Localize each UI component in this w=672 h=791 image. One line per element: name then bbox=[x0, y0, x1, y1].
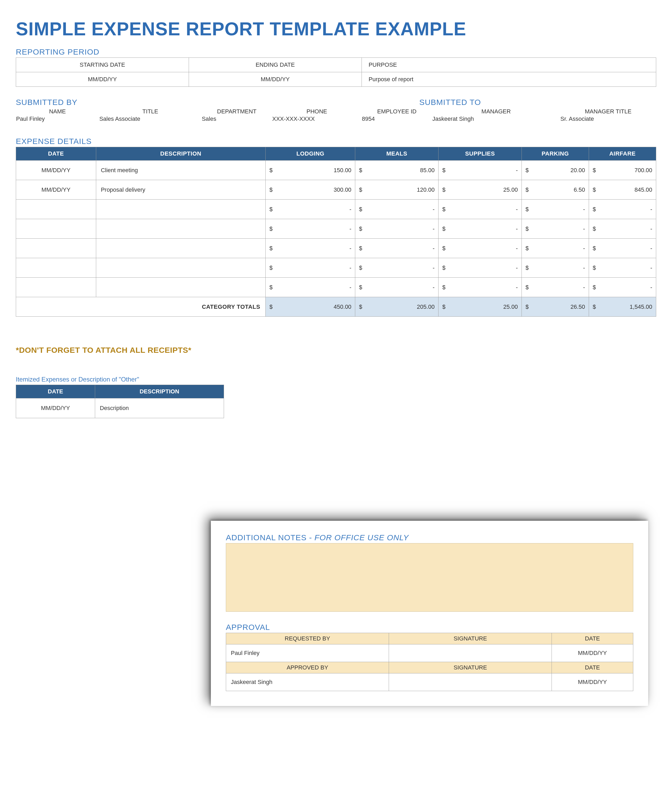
cell-lodging[interactable]: $- bbox=[266, 239, 355, 258]
itemized-table: DATE DESCRIPTION MM/DD/YY Description bbox=[16, 385, 224, 418]
cell-meals[interactable]: $- bbox=[355, 278, 438, 297]
cell-date[interactable]: MM/DD/YY bbox=[16, 180, 96, 200]
cell-airfare[interactable]: $845.00 bbox=[589, 180, 656, 200]
cell-airfare[interactable]: $- bbox=[589, 239, 656, 258]
total-parking: $26.50 bbox=[522, 297, 589, 317]
col-meals: MEALS bbox=[355, 147, 438, 160]
total-lodging: $450.00 bbox=[266, 297, 355, 317]
reporting-start-value[interactable]: MM/DD/YY bbox=[16, 72, 189, 87]
val-empid[interactable]: 8954 bbox=[362, 115, 432, 123]
cell-date[interactable]: MM/DD/YY bbox=[16, 160, 96, 180]
col-phone: PHONE bbox=[272, 108, 362, 115]
itemized-col-desc: DESCRIPTION bbox=[95, 385, 224, 398]
val-phone[interactable]: XXX-XXX-XXXX bbox=[272, 115, 362, 123]
cell-lodging[interactable]: $- bbox=[266, 200, 355, 219]
cell-airfare[interactable]: $- bbox=[589, 278, 656, 297]
col-title: TITLE bbox=[99, 108, 202, 115]
cell-airfare[interactable]: $- bbox=[589, 258, 656, 278]
cell-supplies[interactable]: $25.00 bbox=[438, 180, 522, 200]
reporting-period-table: STARTING DATE ENDING DATE PURPOSE MM/DD/… bbox=[16, 58, 656, 87]
cell-parking[interactable]: $- bbox=[522, 278, 589, 297]
submitted-by-label: SUBMITTED BY bbox=[16, 98, 419, 107]
col-date: DATE bbox=[16, 147, 96, 160]
cell-date[interactable] bbox=[16, 239, 96, 258]
itemized-desc[interactable]: Description bbox=[95, 398, 224, 418]
cell-parking[interactable]: $- bbox=[522, 200, 589, 219]
cell-lodging[interactable]: $- bbox=[266, 278, 355, 297]
col-desc: DESCRIPTION bbox=[96, 147, 266, 160]
reporting-end-header: ENDING DATE bbox=[189, 58, 362, 72]
cell-lodging[interactable]: $- bbox=[266, 258, 355, 278]
col-mgr-title: MANAGER TITLE bbox=[560, 108, 656, 115]
cell-supplies[interactable]: $- bbox=[438, 219, 522, 239]
cell-desc[interactable]: Proposal delivery bbox=[96, 180, 266, 200]
cell-date[interactable] bbox=[16, 219, 96, 239]
cell-desc[interactable] bbox=[96, 219, 266, 239]
cell-meals[interactable]: $- bbox=[355, 200, 438, 219]
val-manager[interactable]: Jaskeerat Singh bbox=[432, 115, 560, 123]
itemized-date[interactable]: MM/DD/YY bbox=[16, 398, 95, 418]
cell-desc[interactable] bbox=[96, 200, 266, 219]
cell-date[interactable] bbox=[16, 200, 96, 219]
reporting-purpose-header: PURPOSE bbox=[362, 58, 656, 72]
val-title[interactable]: Sales Associate bbox=[99, 115, 202, 123]
expense-details-section: EXPENSE DETAILS DATE DESCRIPTION LODGING… bbox=[16, 137, 656, 317]
itemized-section: Itemized Expenses or Description of "Oth… bbox=[16, 376, 224, 418]
cell-parking[interactable]: $- bbox=[522, 258, 589, 278]
cell-airfare[interactable]: $- bbox=[589, 200, 656, 219]
table-row: MM/DD/YYProposal delivery$300.00$120.00$… bbox=[16, 180, 656, 200]
cell-meals[interactable]: $- bbox=[355, 239, 438, 258]
table-row: $-$-$-$-$- bbox=[16, 239, 656, 258]
col-supplies: SUPPLIES bbox=[438, 147, 522, 160]
reporting-start-header: STARTING DATE bbox=[16, 58, 189, 72]
table-row: $-$-$-$-$- bbox=[16, 219, 656, 239]
cell-lodging[interactable]: $150.00 bbox=[266, 160, 355, 180]
table-row: $-$-$-$-$- bbox=[16, 258, 656, 278]
val-name[interactable]: Paul Finley bbox=[16, 115, 99, 123]
cell-parking[interactable]: $- bbox=[522, 239, 589, 258]
table-row: MM/DD/YYClient meeting$150.00$85.00$-$20… bbox=[16, 160, 656, 180]
col-name: NAME bbox=[16, 108, 99, 115]
cell-meals[interactable]: $85.00 bbox=[355, 160, 438, 180]
itemized-col-date: DATE bbox=[16, 385, 95, 398]
cell-supplies[interactable]: $- bbox=[438, 239, 522, 258]
cell-parking[interactable]: $20.00 bbox=[522, 160, 589, 180]
cell-lodging[interactable]: $300.00 bbox=[266, 180, 355, 200]
col-dept: DEPARTMENT bbox=[202, 108, 272, 115]
cell-parking[interactable]: $6.50 bbox=[522, 180, 589, 200]
val-mgr-title[interactable]: Sr. Associate bbox=[560, 115, 656, 123]
expense-details-label: EXPENSE DETAILS bbox=[16, 137, 656, 146]
val-dept[interactable]: Sales bbox=[202, 115, 272, 123]
cell-desc[interactable] bbox=[96, 239, 266, 258]
reporting-period-section: REPORTING PERIOD STARTING DATE ENDING DA… bbox=[16, 47, 656, 87]
cell-desc[interactable] bbox=[96, 258, 266, 278]
cell-lodging[interactable]: $- bbox=[266, 219, 355, 239]
cell-supplies[interactable]: $- bbox=[438, 258, 522, 278]
cell-airfare[interactable]: $- bbox=[589, 219, 656, 239]
cell-supplies[interactable]: $- bbox=[438, 160, 522, 180]
submitted-table: NAME TITLE DEPARTMENT PHONE EMPLOYEE ID … bbox=[16, 108, 656, 123]
reporting-period-label: REPORTING PERIOD bbox=[16, 47, 656, 56]
cell-meals[interactable]: $- bbox=[355, 219, 438, 239]
page-title: SIMPLE EXPENSE REPORT TEMPLATE EXAMPLE bbox=[16, 18, 656, 40]
reporting-purpose-value[interactable]: Purpose of report bbox=[362, 72, 656, 87]
cell-date[interactable] bbox=[16, 258, 96, 278]
table-row: $-$-$-$-$- bbox=[16, 278, 656, 297]
total-meals: $205.00 bbox=[355, 297, 438, 317]
col-empid: EMPLOYEE ID bbox=[362, 108, 432, 115]
cell-airfare[interactable]: $700.00 bbox=[589, 160, 656, 180]
cell-parking[interactable]: $- bbox=[522, 219, 589, 239]
reporting-end-value[interactable]: MM/DD/YY bbox=[189, 72, 362, 87]
cell-date[interactable] bbox=[16, 278, 96, 297]
cell-desc[interactable]: Client meeting bbox=[96, 160, 266, 180]
submitted-to-label: SUBMITTED TO bbox=[419, 98, 656, 107]
col-lodging: LODGING bbox=[266, 147, 355, 160]
cell-meals[interactable]: $- bbox=[355, 258, 438, 278]
cell-desc[interactable] bbox=[96, 278, 266, 297]
cell-supplies[interactable]: $- bbox=[438, 200, 522, 219]
table-row: $-$-$-$-$- bbox=[16, 200, 656, 219]
cell-meals[interactable]: $120.00 bbox=[355, 180, 438, 200]
itemized-caption: Itemized Expenses or Description of "Oth… bbox=[16, 376, 224, 383]
expense-details-table: DATE DESCRIPTION LODGING MEALS SUPPLIES … bbox=[16, 147, 656, 317]
cell-supplies[interactable]: $- bbox=[438, 278, 522, 297]
